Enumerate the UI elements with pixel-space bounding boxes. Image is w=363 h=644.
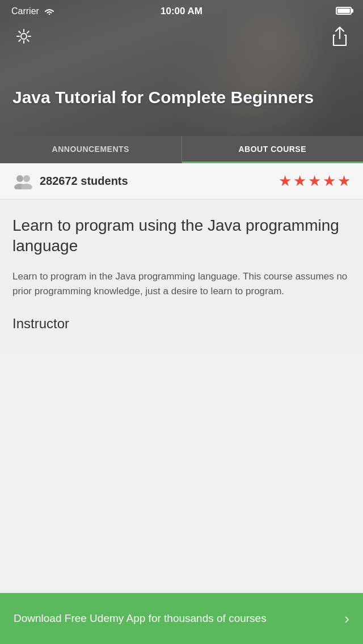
tab-bar: ANNOUNCEMENTS ABOUT COURSE: [0, 136, 363, 163]
star-4: ★: [323, 172, 336, 190]
students-count: 282672 students: [40, 175, 128, 188]
settings-button[interactable]: [12, 25, 35, 49]
wifi-icon: [44, 7, 55, 15]
star-1: ★: [278, 172, 292, 190]
description-area: Learn to program using the Java programm…: [0, 200, 363, 354]
svg-point-1: [16, 175, 23, 182]
svg-point-0: [21, 33, 27, 39]
gear-icon: [15, 27, 33, 45]
students-icon: [12, 173, 34, 189]
star-3: ★: [308, 172, 321, 190]
chevron-right-icon: ›: [344, 610, 349, 628]
students-row: 282672 students ★ ★ ★ ★ ★: [0, 163, 363, 200]
share-button[interactable]: [329, 24, 351, 50]
battery-indicator: [336, 7, 352, 16]
course-title: Java Tutorial for Complete Beginners: [12, 87, 351, 108]
svg-point-2: [23, 175, 30, 182]
carrier-wifi: Carrier: [11, 6, 55, 16]
carrier-label: Carrier: [11, 6, 39, 16]
hero-toolbar: [0, 24, 363, 50]
course-body: Learn to program in the Java programming…: [12, 269, 351, 299]
instructor-label: Instructor: [12, 316, 351, 332]
bottom-banner[interactable]: Download Free Udemy App for thousands of…: [0, 593, 363, 644]
status-time: 10:00 AM: [161, 6, 202, 17]
tab-about-course[interactable]: ABOUT COURSE: [182, 136, 364, 163]
tab-about-course-label: ABOUT COURSE: [238, 145, 306, 154]
course-heading: Learn to program using the Java programm…: [12, 215, 351, 257]
banner-text: Download Free Udemy App for thousands of…: [14, 611, 267, 626]
students-info: 282672 students: [12, 173, 128, 189]
tab-announcements[interactable]: ANNOUNCEMENTS: [0, 136, 182, 163]
star-2: ★: [293, 172, 306, 190]
star-5: ★: [337, 172, 351, 190]
rating-stars: ★ ★ ★ ★ ★: [278, 172, 351, 190]
battery-icon: [336, 7, 352, 15]
tab-announcements-label: ANNOUNCEMENTS: [52, 145, 129, 154]
share-icon: [331, 26, 348, 46]
status-bar: Carrier 10:00 AM: [0, 0, 363, 23]
